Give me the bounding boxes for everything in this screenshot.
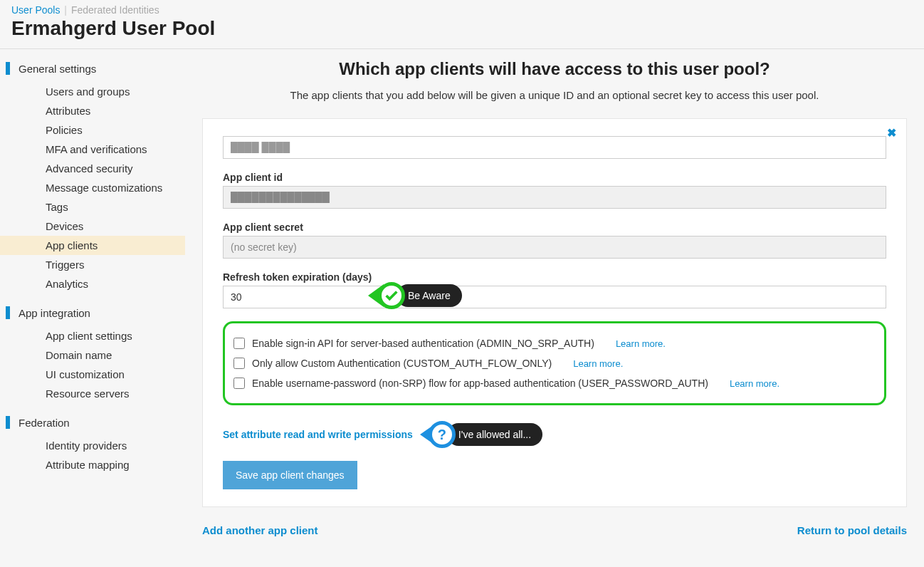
sidebar-section-app-integration[interactable]: App integration: [0, 303, 185, 322]
sidebar-item-policies[interactable]: Policies: [0, 120, 185, 140]
auth-option-label: Enable username-password (non-SRP) flow …: [252, 378, 708, 389]
section-marker: [6, 416, 10, 429]
section-marker: [6, 62, 10, 75]
header: User Pools | Federated Identities Ermahg…: [0, 0, 924, 49]
sidebar-section-label: Federation: [19, 417, 70, 429]
question-icon: ?: [429, 421, 456, 448]
section-marker: [6, 306, 10, 319]
checkbox-custom-auth[interactable]: [233, 358, 245, 369]
callout-ive-allowed-label: I've allowed all...: [447, 423, 542, 446]
checkbox-admin-no-srp[interactable]: [233, 338, 245, 349]
sidebar-section-federation[interactable]: Federation: [0, 413, 185, 432]
sidebar-item-attributes[interactable]: Attributes: [0, 101, 185, 120]
sidebar-item-resource-servers[interactable]: Resource servers: [0, 384, 185, 403]
sidebar-item-triggers[interactable]: Triggers: [0, 255, 185, 274]
sidebar-item-tags[interactable]: Tags: [0, 197, 185, 217]
app-client-id-label: App client id: [223, 172, 886, 183]
learn-more-link[interactable]: Learn more.: [573, 358, 623, 369]
auth-option-admin-no-srp: Enable sign-in API for server-based auth…: [233, 333, 876, 353]
tab-separator: |: [64, 4, 67, 16]
app-client-id-field: [223, 186, 886, 209]
refresh-token-input[interactable]: [223, 286, 886, 308]
sidebar-item-attribute-mapping[interactable]: Attribute mapping: [0, 455, 185, 474]
learn-more-link[interactable]: Learn more.: [730, 378, 779, 389]
main-title: Which app clients will have access to th…: [202, 59, 907, 79]
app-client-panel: ✖ App client id App client secret Refres…: [202, 118, 907, 507]
sidebar-item-ui-customization[interactable]: UI customization: [0, 365, 185, 384]
sidebar-item-mfa[interactable]: MFA and verifications: [0, 140, 185, 159]
learn-more-link[interactable]: Learn more.: [616, 338, 666, 349]
bottom-links: Add another app client Return to pool de…: [202, 524, 907, 536]
sidebar-item-advanced-security[interactable]: Advanced security: [0, 159, 185, 178]
sidebar-item-app-client-settings[interactable]: App client settings: [0, 326, 185, 345]
sidebar-item-identity-providers[interactable]: Identity providers: [0, 436, 185, 455]
sidebar-item-message-customizations[interactable]: Message customizations: [0, 178, 185, 197]
tab-federated-identities[interactable]: Federated Identities: [71, 4, 159, 16]
sidebar: General settings Users and groups Attrib…: [0, 49, 185, 553]
add-another-app-client-link[interactable]: Add another app client: [202, 524, 318, 536]
sidebar-section-label: App integration: [19, 307, 90, 319]
sidebar-item-domain-name[interactable]: Domain name: [0, 345, 185, 365]
return-to-pool-details-link[interactable]: Return to pool details: [797, 524, 907, 536]
sidebar-item-devices[interactable]: Devices: [0, 217, 185, 236]
sidebar-item-app-clients[interactable]: App clients: [0, 236, 185, 255]
sidebar-item-users-groups[interactable]: Users and groups: [0, 82, 185, 101]
set-attribute-permissions-link[interactable]: Set attribute read and write permissions: [223, 429, 413, 440]
app-client-secret-field: [223, 236, 886, 259]
page-title: Ermahgerd User Pool: [11, 17, 913, 40]
refresh-token-label: Refresh token expiration (days): [223, 271, 886, 283]
auth-options-box: Enable sign-in API for server-based auth…: [223, 321, 886, 405]
top-tabs: User Pools | Federated Identities: [11, 4, 913, 16]
app-client-secret-label: App client secret: [223, 222, 886, 233]
sidebar-item-analytics[interactable]: Analytics: [0, 274, 185, 293]
app-client-name-input[interactable]: [223, 136, 886, 159]
sidebar-section-label: General settings: [19, 63, 96, 75]
main-content: Which app clients will have access to th…: [185, 49, 924, 553]
auth-option-label: Only allow Custom Authentication (CUSTOM…: [252, 358, 552, 369]
callout-ive-allowed: ? I've allowed all...: [420, 421, 542, 448]
save-app-client-button[interactable]: Save app client changes: [223, 461, 357, 489]
checkbox-user-password-auth[interactable]: [233, 378, 245, 389]
tab-user-pools[interactable]: User Pools: [11, 4, 60, 16]
main-description: The app clients that you add below will …: [202, 89, 907, 101]
auth-option-label: Enable sign-in API for server-based auth…: [252, 338, 594, 349]
close-icon[interactable]: ✖: [887, 126, 896, 140]
auth-option-custom-auth: Only allow Custom Authentication (CUSTOM…: [233, 353, 876, 373]
auth-option-user-password: Enable username-password (non-SRP) flow …: [233, 373, 876, 393]
sidebar-section-general[interactable]: General settings: [0, 59, 185, 78]
